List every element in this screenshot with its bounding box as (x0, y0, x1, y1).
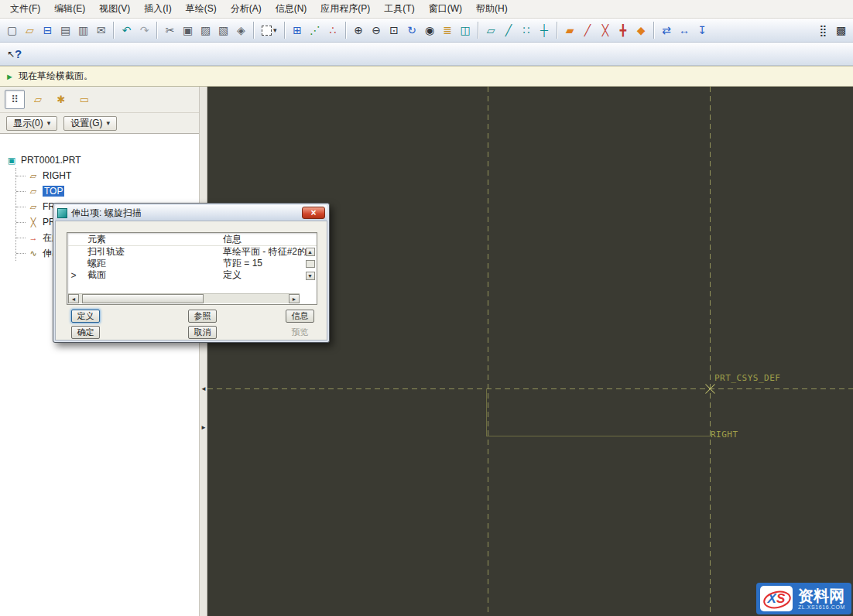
toolbar-separator (253, 22, 255, 39)
cursor-arrow-icon: ↖ (7, 49, 15, 60)
view-manager-icon[interactable]: ◫ (457, 21, 474, 39)
scroll-down-icon[interactable]: ▼ (306, 272, 315, 280)
dialog-buttons: 定义 参照 信息 确定 取消 预览 (67, 310, 317, 342)
menu-view[interactable]: 视图(V) (92, 0, 137, 18)
print-icon[interactable]: ▤ (57, 21, 74, 39)
element-row-trajectory[interactable]: 扫引轨迹 草绘平面 - 特征#2的 (67, 246, 317, 258)
tree-root-part[interactable]: ▣ PRT0001.PRT (6, 152, 194, 168)
toolbar-separator (345, 22, 347, 39)
sketch-setup-icon[interactable]: ⊞ (289, 21, 307, 39)
grid-toggle-icon[interactable]: ⣿ (814, 21, 832, 39)
toolbar-separator (284, 22, 286, 39)
chevron-down-icon: ▾ (273, 26, 277, 34)
sketch-plane-tool-icon[interactable]: ▰ (561, 21, 579, 39)
cut-icon[interactable]: ✂ (161, 21, 179, 39)
saved-views-icon[interactable]: ◉ (421, 21, 439, 39)
toolbar-separator (653, 22, 655, 39)
define-button[interactable]: 定义 (71, 310, 100, 323)
horizontal-scroll-track[interactable] (79, 294, 289, 303)
datum-point-toggle-icon[interactable]: ∷ (518, 21, 536, 39)
vertical-scroll-thumb[interactable] (306, 260, 315, 268)
construction-line-tool-icon[interactable]: ╱ (579, 21, 597, 39)
datum-csys-toggle-icon[interactable]: ┼ (536, 21, 553, 39)
repaint-icon[interactable]: ↻ (403, 21, 421, 39)
menu-edit[interactable]: 编辑(E) (47, 0, 92, 18)
close-icon[interactable]: × (302, 207, 325, 219)
zoom-in-icon[interactable]: ⊕ (350, 21, 368, 39)
show-dropdown[interactable]: 显示(0) ▾ (6, 116, 57, 131)
secondary-toolbar: ↖ ? (0, 43, 853, 66)
constraints-icon[interactable]: ∴ (324, 21, 342, 39)
model-tree-tab[interactable]: ⠿ (5, 90, 25, 109)
context-help-button[interactable]: ↖ ? (3, 45, 26, 63)
datum-axis-toggle-icon[interactable]: ╱ (500, 21, 518, 39)
info-button[interactable]: 信息 (286, 310, 314, 323)
paste-special-icon[interactable]: ▧ (214, 21, 232, 39)
settings-dropdown[interactable]: 设置(G) ▾ (63, 116, 117, 131)
chevron-down-icon: ▾ (107, 119, 111, 127)
csys-tool-icon[interactable]: ╋ (615, 21, 632, 39)
menu-tools[interactable]: 工具(T) (377, 0, 421, 18)
save-icon[interactable]: ⊟ (39, 21, 57, 39)
column-element: 元素 (80, 233, 218, 246)
menu-sketch[interactable]: 草绘(S) (179, 0, 224, 18)
point-tool-icon[interactable]: ╳ (597, 21, 615, 39)
activate-window-icon[interactable]: ⇄ (658, 21, 676, 39)
scroll-up-icon[interactable]: ▲ (306, 248, 315, 256)
layers-icon[interactable]: ≣ (439, 21, 457, 39)
graphics-canvas[interactable]: PRT_CSYS_DEF RIGHT (207, 87, 853, 616)
menu-file[interactable]: 文件(F) (3, 0, 47, 18)
tree-item-top[interactable]: ▱ TOP (16, 183, 194, 199)
datum-plane-toggle-icon[interactable]: ▱ (482, 21, 500, 39)
selection-filter-button[interactable]: ▾ (258, 21, 281, 39)
part-icon: ▣ (6, 156, 17, 166)
undo-icon[interactable]: ↶ (118, 21, 135, 39)
fit-vertical-icon[interactable]: ↧ (694, 21, 711, 39)
panel-splitter[interactable]: ◄ ► (200, 87, 207, 616)
preview-button: 预览 (286, 326, 314, 339)
column-info: 信息 (218, 233, 317, 246)
menu-info[interactable]: 信息(N) (269, 0, 314, 18)
expand-panel-icon[interactable]: ► (200, 424, 207, 431)
scroll-left-icon[interactable]: ◄ (68, 294, 79, 303)
find-icon[interactable]: ◈ (232, 21, 250, 39)
csys-icon: ╳ (28, 217, 39, 228)
element-row-pitch[interactable]: 螺距 节距 = 15 (67, 258, 317, 269)
new-file-icon[interactable]: ▢ (3, 21, 21, 39)
element-row-section[interactable]: > 截面 定义 (67, 269, 317, 281)
open-file-icon[interactable]: ▱ (21, 21, 39, 39)
print-preview-icon[interactable]: ▥ (74, 21, 92, 39)
display-style-icon[interactable]: ▩ (832, 21, 850, 39)
redo-icon[interactable]: ↷ (135, 21, 153, 39)
email-icon[interactable]: ✉ (92, 21, 110, 39)
reference-tool-icon[interactable]: ◆ (632, 21, 650, 39)
horizontal-scroll-thumb[interactable] (82, 294, 204, 303)
dialog-title-bar[interactable]: 伸出项: 螺旋扫描 × (55, 205, 327, 221)
main-area: ⠿ ▱ ✱ ▭ 显示(0) ▾ 设置(G) ▾ ▣ PRT0001.PRT (0, 87, 853, 616)
spline-points-icon[interactable]: ⋰ (307, 21, 324, 39)
favorites-tab[interactable]: ✱ (51, 90, 71, 109)
zoom-out-icon[interactable]: ⊖ (368, 21, 385, 39)
vertical-scrollbar: ▲ ▼ (305, 248, 315, 280)
collapse-panel-icon[interactable]: ◄ (200, 385, 207, 392)
ok-button[interactable]: 确定 (71, 326, 100, 339)
menu-help[interactable]: 帮助(H) (469, 0, 515, 18)
menu-insert[interactable]: 插入(I) (137, 0, 178, 18)
copy-icon[interactable]: ▣ (179, 21, 197, 39)
watermark-text: 资料网 ZL.XS1616.COM (798, 587, 845, 610)
folder-browser-tab[interactable]: ▱ (28, 90, 48, 109)
info-cell: 定义 (218, 269, 317, 282)
tree-item-right[interactable]: ▱ RIGHT (16, 168, 194, 183)
zoom-fit-icon[interactable]: ⊡ (385, 21, 403, 39)
menu-analysis[interactable]: 分析(A) (224, 0, 269, 18)
fit-horizontal-icon[interactable]: ↔ (676, 21, 694, 39)
paste-icon[interactable]: ▨ (197, 21, 214, 39)
references-button[interactable]: 参照 (188, 310, 217, 323)
tree-item-label: RIGHT (43, 170, 71, 181)
connections-tab[interactable]: ▭ (74, 90, 94, 109)
logo-letter-s: S (776, 591, 785, 607)
scroll-right-icon[interactable]: ► (289, 294, 300, 303)
menu-window[interactable]: 窗口(W) (422, 0, 469, 18)
menu-applications[interactable]: 应用程序(P) (313, 0, 377, 18)
cancel-button[interactable]: 取消 (188, 326, 217, 339)
